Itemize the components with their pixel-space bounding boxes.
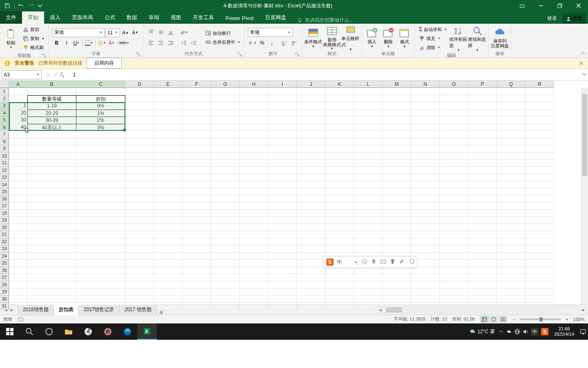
tray-lang[interactable]: 中	[531, 328, 539, 336]
ime-lang[interactable]: 中	[337, 258, 342, 266]
row-header-22[interactable]: 22	[0, 238, 9, 246]
row-header-6[interactable]: 6	[0, 124, 9, 131]
decrease-indent-button[interactable]	[179, 38, 188, 47]
row-header-17[interactable]: 17	[0, 202, 9, 210]
row-header-10[interactable]: 10	[0, 153, 9, 160]
tab-formulas[interactable]: 公式	[99, 11, 121, 24]
number-format-combo[interactable]: 常规▼	[248, 28, 293, 37]
ime-skin-icon[interactable]	[390, 258, 396, 266]
zoom-in-button[interactable]: +	[566, 317, 568, 322]
onedrive-icon[interactable]	[506, 329, 512, 334]
conditional-format-button[interactable]: 条件格式▼	[304, 25, 323, 51]
network-icon[interactable]	[514, 329, 520, 334]
ribbon-options-icon[interactable]	[513, 0, 532, 11]
shrink-font-button[interactable]: A▼	[131, 28, 140, 37]
login-button[interactable]: 登录	[543, 13, 561, 24]
row-header-5[interactable]: 5	[0, 117, 9, 124]
view-layout-button[interactable]	[489, 316, 498, 323]
ime-moon-icon[interactable]	[345, 258, 352, 266]
worksheet-grid[interactable]: ABCDEFGHIJKLMNOPQR 123456789101112131415…	[0, 81, 588, 305]
cell-B2[interactable]: 数量等级	[27, 95, 76, 103]
cancel-icon[interactable]	[46, 72, 51, 77]
font-name-combo[interactable]: 宋体▼	[52, 28, 105, 37]
number-launcher-icon[interactable]	[295, 52, 299, 56]
row-header-12[interactable]: 12	[0, 167, 9, 174]
minimize-icon[interactable]	[532, 0, 550, 11]
enable-content-button[interactable]: 启用内容	[87, 58, 122, 69]
system-tray[interactable]: 中 S	[498, 328, 548, 336]
save-icon[interactable]	[2, 1, 12, 11]
accounting-format-button[interactable]: ¥▼	[248, 38, 257, 47]
weather-widget[interactable]: 12°C 雾	[469, 328, 495, 335]
row-header-15[interactable]: 15	[0, 188, 9, 195]
enter-icon[interactable]	[53, 72, 58, 77]
sort-filter-button[interactable]: AZ排序和筛选▼	[449, 25, 468, 52]
bold-button[interactable]: B	[52, 38, 61, 47]
save-baidu-button[interactable]: 保存到 百度网盘	[490, 25, 509, 51]
qat-customize-icon[interactable]	[37, 1, 43, 11]
comma-button[interactable]: ,	[267, 38, 276, 47]
wrap-text-button[interactable]: 自动换行	[204, 29, 242, 37]
row-header-9[interactable]: 9	[0, 145, 9, 153]
font-color-button[interactable]: A▼	[107, 38, 116, 47]
row-header-7[interactable]: 7	[0, 131, 9, 138]
cell-C3[interactable]: 0%	[76, 102, 125, 110]
cell-styles-button[interactable]: 单元格样式▼	[341, 25, 360, 51]
tab-powerpivot[interactable]: Power Pivot	[220, 13, 259, 24]
tab-baidu[interactable]: 百度网盘	[259, 11, 292, 24]
italic-button[interactable]: I	[62, 38, 71, 47]
increase-indent-button[interactable]	[189, 38, 198, 47]
phonetic-button[interactable]: wén▼	[120, 38, 129, 47]
find-select-button[interactable]: 查找和选择▼	[468, 25, 487, 52]
redo-icon[interactable]	[27, 1, 36, 11]
paste-button[interactable]: 粘贴 ▼	[2, 25, 20, 52]
cell-A5[interactable]: 30	[9, 117, 27, 124]
zoom-level[interactable]: 100%	[573, 317, 585, 322]
row-header-20[interactable]: 20	[0, 224, 9, 231]
decrease-decimal-button[interactable]: .00.0	[290, 38, 298, 47]
col-header-R[interactable]: R	[526, 81, 554, 88]
row-header-23[interactable]: 23	[0, 245, 9, 253]
row-header-25[interactable]: 25	[0, 260, 9, 267]
col-header-Q[interactable]: Q	[497, 81, 526, 88]
vertical-scrollbar[interactable]	[581, 88, 588, 305]
column-headers[interactable]: ABCDEFGHIJKLMNOPQR	[9, 81, 554, 88]
grow-font-button[interactable]: A▲	[121, 28, 130, 37]
align-launcher-icon[interactable]	[238, 52, 242, 56]
cell-A6[interactable]: 40	[9, 124, 27, 131]
align-center-button[interactable]	[156, 38, 165, 47]
col-header-K[interactable]: K	[325, 81, 354, 88]
row-header-31[interactable]: 31	[0, 303, 9, 310]
col-header-G[interactable]: G	[211, 81, 240, 88]
col-header-A[interactable]: A	[9, 81, 27, 88]
row-header-4[interactable]: 4	[0, 110, 9, 117]
tray-chevron-icon[interactable]	[498, 329, 504, 334]
cortana-button[interactable]	[39, 323, 59, 340]
row-header-29[interactable]: 29	[0, 288, 9, 296]
fill-color-button[interactable]: ▼	[97, 38, 106, 47]
view-normal-button[interactable]	[480, 316, 489, 323]
tell-me-search[interactable]: 告诉我您想要做什么...	[292, 17, 543, 24]
underline-button[interactable]: U▼	[72, 38, 81, 47]
formula-input[interactable]	[71, 70, 581, 79]
format-table-button[interactable]: 套用 表格格式▼	[323, 25, 341, 51]
col-header-L[interactable]: L	[354, 81, 383, 88]
cut-button[interactable]: 剪切	[21, 25, 46, 34]
row-headers[interactable]: 1234567891011121314151617181920212223242…	[0, 88, 9, 310]
cell-B4[interactable]: 20-29	[27, 110, 76, 117]
col-header-J[interactable]: J	[297, 81, 325, 88]
align-top-button[interactable]	[147, 28, 156, 37]
search-button[interactable]	[20, 323, 39, 340]
ime-mic-icon[interactable]	[371, 258, 377, 266]
col-header-F[interactable]: F	[183, 81, 211, 88]
row-header-3[interactable]: 3	[0, 102, 9, 110]
select-all-corner[interactable]	[0, 81, 9, 88]
cell-C2[interactable]: 折扣	[76, 95, 125, 103]
clipboard-launcher-icon[interactable]	[42, 54, 46, 58]
col-header-M[interactable]: M	[383, 81, 411, 88]
row-header-16[interactable]: 16	[0, 195, 9, 203]
ime-punct[interactable]: •,	[355, 259, 358, 265]
cell-C6[interactable]: 3%	[76, 124, 125, 131]
col-header-D[interactable]: D	[125, 81, 154, 88]
start-button[interactable]	[0, 323, 20, 340]
